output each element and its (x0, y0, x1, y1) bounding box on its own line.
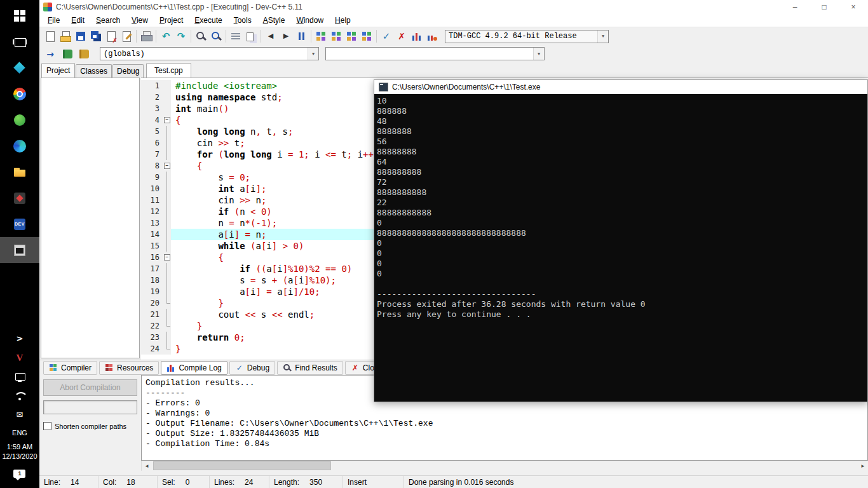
tab-debug[interactable]: ✓Debug (229, 361, 275, 375)
scrollbar-thumb[interactable] (153, 461, 331, 470)
redo-button[interactable]: ↷ (173, 29, 189, 44)
close-button[interactable]: × (839, 0, 868, 14)
app-console-active[interactable] (0, 237, 39, 263)
fold-marker[interactable]: − (163, 114, 171, 126)
fold-collapse-icon[interactable]: − (164, 163, 170, 169)
class-browser-button[interactable] (76, 46, 91, 62)
undo-button[interactable]: ↶ (158, 29, 173, 44)
compile-button[interactable]: ✓ (379, 29, 394, 44)
goto-line-button[interactable] (228, 29, 243, 44)
menu-execute[interactable]: Execute (189, 15, 227, 26)
project-options-button[interactable] (344, 29, 359, 44)
menu-window[interactable]: Window (290, 15, 329, 26)
tab-project[interactable]: Project (41, 63, 75, 78)
tab-classes[interactable]: Classes (76, 64, 112, 78)
tray-mail-button[interactable]: ✉ (0, 405, 39, 424)
language-indicator[interactable]: ENG (12, 424, 27, 441)
back-button[interactable]: ◀ (263, 29, 278, 44)
console-line: 0 (377, 269, 865, 279)
find-button[interactable] (193, 29, 208, 44)
ic-console-icon (13, 243, 27, 257)
horizontal-scrollbar[interactable]: ◄ ► (141, 461, 868, 471)
run-button[interactable] (409, 29, 424, 44)
status-label: Lines: (214, 478, 234, 487)
gutter-fold-column (163, 263, 171, 274)
menu-tools[interactable]: Tools (228, 15, 257, 26)
forward-button[interactable]: ▶ (278, 29, 294, 44)
members-combo[interactable]: ▼ (325, 47, 545, 60)
menu-edit[interactable]: Edit (65, 15, 90, 26)
gutter-fold-column (163, 80, 171, 92)
tab-test-cpp[interactable]: Test.cpp (146, 63, 191, 78)
abort-compilation-button[interactable]: Abort Compilation (43, 379, 137, 396)
menu-help[interactable]: Help (329, 15, 356, 26)
line-number: 10 (141, 183, 163, 194)
fold-marker[interactable]: − (163, 252, 171, 263)
line-number: 17 (141, 263, 163, 274)
console-line: 0 (377, 238, 865, 248)
package-manager-button[interactable] (359, 29, 374, 44)
console-output[interactable]: 1088888848888888856888888886488888888872… (374, 94, 867, 402)
tray-chevron-button[interactable]: > (0, 329, 39, 348)
menu-search[interactable]: Search (90, 15, 126, 26)
action-center-button[interactable]: 1 (0, 463, 39, 487)
stop-execution-button[interactable]: ✗ (394, 29, 409, 44)
app-green[interactable] (0, 107, 39, 133)
scroll-right-arrow-icon[interactable]: ► (858, 461, 868, 471)
app-chrome[interactable] (0, 81, 39, 107)
fold-collapse-icon[interactable]: − (164, 254, 170, 261)
goto-implementation-button[interactable] (59, 46, 74, 62)
minimize-button[interactable]: – (780, 0, 810, 14)
tab-find-results[interactable]: Find Results (277, 361, 343, 375)
scroll-left-arrow-icon[interactable]: ◄ (142, 461, 152, 471)
open-file-button[interactable] (58, 29, 73, 44)
save-all-button[interactable] (88, 29, 104, 44)
scrollbar-track[interactable] (152, 461, 858, 471)
console-line: 0 (377, 218, 865, 228)
app-devcpp[interactable] (0, 211, 39, 237)
globals-combo[interactable]: (globals) ▼ (100, 47, 319, 60)
profile-button[interactable] (424, 29, 440, 44)
project-panel-body[interactable] (41, 78, 140, 358)
line-number: 4 (141, 114, 163, 126)
menu-file[interactable]: File (42, 15, 65, 26)
console-window: C:\Users\Owner\Documents\C++\1\Test.exe … (374, 79, 868, 402)
title-bar[interactable]: C:\Users\Owner\Documents\C++\1\Test.cpp … (39, 0, 868, 14)
goto-declaration-button[interactable]: → (43, 46, 58, 62)
new-project-button[interactable] (313, 29, 329, 44)
menu-project[interactable]: Project (154, 15, 189, 26)
app-nox[interactable] (0, 55, 39, 81)
task-view-button[interactable] (0, 29, 39, 55)
fold-marker[interactable]: − (163, 160, 171, 172)
menu-view[interactable]: View (126, 15, 154, 26)
tab-debug[interactable]: Debug (112, 64, 144, 78)
maximize-button[interactable]: □ (810, 0, 839, 14)
shorten-paths-checkbox[interactable] (43, 422, 51, 430)
open-project-button[interactable] (329, 29, 344, 44)
taskbar-clock[interactable]: 1:59 AM 12/13/2020 (2, 441, 37, 463)
new-source-button[interactable] (43, 29, 58, 44)
tab-compiler[interactable]: Compiler (43, 361, 97, 375)
compiler-combo[interactable]: TDM-GCC 4.9.2 64-bit Release ▼ (445, 30, 609, 43)
tab-resources[interactable]: Resources (99, 361, 159, 375)
line-number: 19 (141, 286, 163, 297)
console-title-bar[interactable]: C:\Users\Owner\Documents\C++\1\Test.exe (374, 80, 867, 94)
print-button[interactable] (139, 29, 154, 44)
goto-definition-button[interactable] (294, 29, 309, 44)
replace-button[interactable] (208, 29, 224, 44)
save-button[interactable] (73, 29, 88, 44)
menu-astyle[interactable]: AStyle (257, 15, 291, 26)
swap-header-source-button[interactable] (243, 29, 259, 44)
close-all-button[interactable] (119, 29, 134, 44)
new-source-icon (44, 30, 57, 43)
fold-collapse-icon[interactable]: − (164, 117, 170, 123)
tab-compile-log[interactable]: Compile Log (161, 361, 227, 375)
tray-wifi-button[interactable] (0, 386, 39, 405)
start-button[interactable] (0, 3, 39, 29)
close-file-button[interactable] (104, 29, 119, 44)
app-red[interactable] (0, 185, 39, 211)
tray-v-button[interactable]: V (0, 348, 39, 367)
app-file-explorer[interactable] (0, 159, 39, 185)
app-edge[interactable] (0, 133, 39, 159)
tray-display-button[interactable] (0, 367, 39, 386)
